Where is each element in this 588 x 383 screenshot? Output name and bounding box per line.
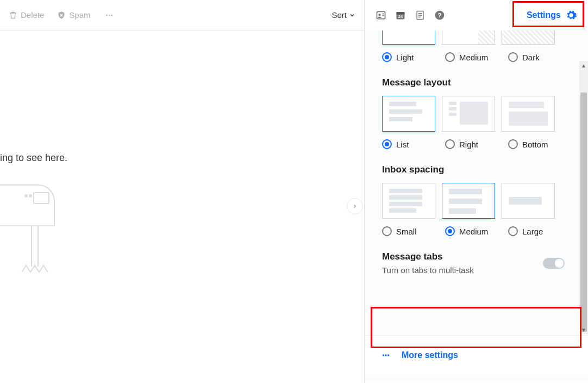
layout-preview-list[interactable] [382,96,435,132]
spacing-preview-row [382,183,565,219]
spacing-radio-row: Small Medium Large [382,226,565,236]
radio-icon [508,52,518,62]
chevron-right-icon [352,203,358,209]
more-settings-label: More settings [402,350,458,360]
sort-button[interactable]: Sort [331,10,355,20]
message-tabs-toggle[interactable] [543,258,565,269]
svg-point-21 [383,354,384,356]
radio-icon [445,139,455,149]
theme-option-medium[interactable]: Medium [445,52,502,62]
shield-x-icon [57,11,66,20]
panel-header: 24 ? Settings [365,0,588,30]
radio-icon [445,226,455,236]
layout-option-bottom[interactable]: Bottom [508,139,565,149]
spacing-preview-large[interactable] [502,183,555,219]
spacing-option-medium[interactable]: Medium [445,226,502,236]
spacing-preview-medium[interactable] [442,183,495,219]
contacts-icon [376,10,386,21]
svg-text:?: ? [437,11,441,18]
gear-icon [565,9,577,21]
theme-option-light[interactable]: Light [382,52,439,62]
expand-reading-pane-button[interactable] [347,198,363,214]
theme-option-dark[interactable]: Dark [508,52,565,62]
chevron-down-icon [349,12,355,18]
layout-option-right[interactable]: Right [445,139,502,149]
scrollbar-thumb[interactable] [580,92,587,332]
sort-label: Sort [331,10,347,20]
svg-rect-3 [34,193,49,203]
tabs-subtitle: Turn on tabs to multi-task [382,265,474,275]
notepad-icon [415,10,426,21]
layout-preview-bottom[interactable] [502,96,555,132]
more-settings-button[interactable]: More settings [365,335,588,374]
calendar-button[interactable]: 24 [391,5,410,25]
spam-label: Spam [69,10,90,20]
message-tabs-row: Message tabs Turn on tabs to multi-task [382,251,565,275]
layout-preview-row [382,96,565,132]
svg-text:24: 24 [398,14,403,19]
theme-preview-medium[interactable] [442,30,495,45]
theme-preview-dark[interactable] [502,30,555,45]
scrollbar-up-button[interactable]: ▲ [579,61,588,70]
calendar-icon: 24 [395,10,406,21]
spacing-preview-small[interactable] [382,183,435,219]
svg-point-4 [25,195,27,197]
svg-point-1 [108,14,110,16]
radio-icon [382,52,392,62]
ellipsis-icon [104,11,115,20]
radio-icon [508,226,518,236]
spacing-option-small[interactable]: Small [382,226,439,236]
theme-preview-light[interactable] [382,30,435,45]
notepad-button[interactable] [410,5,430,25]
svg-point-23 [387,354,389,356]
svg-point-5 [29,195,32,197]
spam-button[interactable]: Spam [57,10,90,20]
layout-section-title: Message layout [382,77,565,88]
radio-icon [382,139,392,149]
settings-label: Settings [527,10,561,20]
mail-toolbar: Delete Spam Sort [0,0,364,30]
layout-option-list[interactable]: List [382,139,439,149]
more-actions-button[interactable] [104,11,115,20]
settings-button[interactable]: Settings [522,7,581,23]
layout-radio-row: List Right Bottom [382,139,565,149]
settings-scroll-body: Light Medium Dark Message layout List R [365,30,588,383]
svg-point-2 [111,14,112,16]
layout-preview-right[interactable] [442,96,495,132]
delete-button[interactable]: Delete [9,10,44,20]
scrollbar-down-button[interactable]: ▼ [579,325,588,334]
mail-list-pane: Delete Spam Sort ing to see here. [0,0,364,383]
mailbox-illustration-icon [0,180,76,283]
tabs-title: Message tabs [382,251,474,262]
radio-icon [445,52,455,62]
empty-state-text: ing to see here. [0,152,67,164]
ellipsis-icon [380,351,392,360]
give-feedback-button[interactable]: Give feedback [365,379,588,383]
delete-label: Delete [21,10,44,20]
settings-panel: 24 ? Settings Light Medium Dark [364,0,588,383]
help-icon: ? [434,10,445,21]
trash-icon [9,11,17,20]
theme-preview-row [382,30,565,45]
radio-icon [382,226,392,236]
svg-point-9 [378,14,380,16]
help-button[interactable]: ? [430,5,449,25]
radio-icon [508,139,518,149]
svg-point-0 [106,14,108,16]
spacing-section-title: Inbox spacing [382,164,565,175]
contacts-button[interactable] [371,5,391,25]
svg-point-22 [385,354,386,356]
spacing-option-large[interactable]: Large [508,226,565,236]
theme-radio-row: Light Medium Dark [382,52,565,62]
